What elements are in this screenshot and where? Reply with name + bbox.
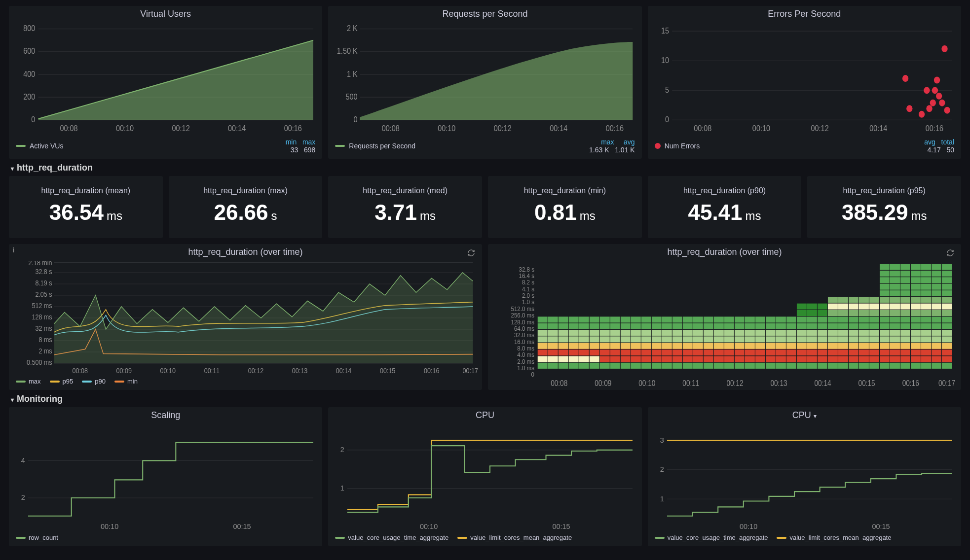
svg-point-46 — [941, 45, 947, 52]
stat-value: 1.63 K — [589, 146, 609, 154]
svg-text:1.0 ms: 1.0 ms — [517, 364, 534, 372]
svg-rect-321 — [828, 336, 838, 342]
svg-rect-424 — [911, 336, 921, 342]
svg-rect-127 — [590, 363, 599, 369]
svg-rect-94 — [538, 316, 548, 322]
svg-point-40 — [926, 105, 932, 112]
panel-virtual-users[interactable]: Virtual Users 0 200 400 600 800 — [9, 6, 322, 159]
svg-rect-356 — [859, 323, 869, 329]
svg-rect-98 — [548, 343, 558, 349]
panel-errors-per-second[interactable]: Errors Per Second 0 5 10 15 — [648, 6, 961, 159]
panel-http-req-duration-heatmap[interactable]: http_req_duration (over time) 01.0 ms2.0… — [488, 244, 961, 390]
svg-rect-149 — [610, 323, 620, 329]
svg-rect-189 — [662, 323, 672, 329]
svg-rect-308 — [818, 356, 827, 362]
stat-min[interactable]: http_req_duration (min)0.81ms — [488, 176, 642, 238]
svg-rect-187 — [662, 336, 672, 342]
panel-cpu-1[interactable]: CPU 1 2 00:10 00:15 value_core_usage_tim… — [328, 407, 641, 546]
svg-rect-250 — [745, 343, 755, 349]
svg-rect-99 — [548, 336, 558, 342]
svg-rect-227 — [714, 336, 724, 342]
panel-requests-per-second[interactable]: Requests per Second 0 500 1 K 1.50 K 2 K… — [328, 6, 641, 159]
svg-rect-378 — [880, 323, 890, 329]
refresh-icon[interactable] — [467, 249, 475, 257]
svg-text:00:11: 00:11 — [682, 379, 699, 387]
svg-rect-332 — [838, 336, 848, 342]
svg-rect-273 — [776, 350, 786, 355]
panel-scaling[interactable]: Scaling 2 4 00:10 00:15 row_count — [9, 407, 322, 546]
svg-rect-175 — [652, 363, 662, 369]
stat-p90[interactable]: http_req_duration (p90)45.41ms — [648, 176, 802, 238]
chevron-down-icon: ▾ — [11, 396, 14, 403]
svg-rect-197 — [672, 323, 682, 329]
stat-value: 4.17 — [927, 146, 940, 154]
svg-rect-284 — [786, 330, 796, 336]
stat-p95[interactable]: http_req_duration (p95)385.29ms — [807, 176, 961, 238]
svg-text:00:14: 00:14 — [228, 124, 246, 133]
svg-rect-180 — [652, 330, 662, 336]
svg-rect-186 — [662, 343, 672, 349]
svg-rect-107 — [559, 336, 568, 342]
svg-rect-373 — [880, 356, 890, 362]
svg-rect-207 — [693, 363, 703, 369]
svg-rect-337 — [838, 304, 848, 310]
svg-rect-182 — [652, 316, 662, 322]
row-header-http-req-duration[interactable]: ▾ http_req_duration — [9, 159, 961, 176]
svg-rect-131 — [590, 336, 599, 342]
svg-text:4: 4 — [21, 456, 25, 464]
svg-rect-177 — [652, 350, 662, 355]
svg-text:0: 0 — [665, 115, 669, 124]
svg-rect-248 — [745, 356, 755, 362]
svg-rect-417 — [900, 277, 910, 283]
svg-text:8.2 s: 8.2 s — [522, 279, 534, 286]
svg-rect-345 — [849, 323, 858, 329]
chevron-down-icon[interactable]: ▾ — [814, 413, 817, 420]
panel-cpu-2[interactable]: CPU ▾ 1 2 3 00:10 00:15 value_core_usa — [648, 407, 961, 546]
svg-rect-460 — [932, 310, 941, 316]
svg-rect-204 — [683, 330, 693, 336]
stat-value: 33 — [291, 146, 298, 154]
svg-text:00:09: 00:09 — [595, 379, 611, 387]
svg-rect-386 — [880, 271, 890, 277]
svg-rect-285 — [786, 323, 796, 329]
svg-rect-114 — [569, 343, 579, 349]
svg-rect-179 — [652, 336, 662, 342]
svg-rect-155 — [621, 336, 631, 342]
stat-max[interactable]: http_req_duration (max)26.66s — [169, 176, 323, 238]
svg-text:00:16: 00:16 — [606, 124, 624, 133]
svg-point-39 — [924, 87, 930, 94]
series-label: value_core_usage_time_aggregate — [348, 534, 448, 541]
svg-rect-338 — [838, 297, 848, 303]
svg-rect-472 — [942, 336, 952, 342]
svg-rect-220 — [704, 330, 713, 336]
svg-rect-191 — [672, 363, 682, 369]
series-label: value_limit_cores_mean_aggregate — [789, 534, 891, 541]
stat-unit: s — [271, 209, 277, 223]
chart-virtual-users: 0 200 400 600 800 00:08 00:10 00:12 00:1… — [13, 23, 318, 137]
row-header-monitoring[interactable]: ▾ Monitoring — [9, 390, 961, 407]
stat-med[interactable]: http_req_duration (med)3.71ms — [328, 176, 482, 238]
svg-rect-431 — [911, 290, 921, 296]
svg-rect-265 — [766, 350, 776, 355]
panel-http-req-duration-line[interactable]: i http_req_duration (over time) — [9, 244, 482, 390]
svg-rect-154 — [621, 343, 631, 349]
svg-text:16.0 ms: 16.0 ms — [514, 338, 534, 346]
svg-text:2: 2 — [660, 465, 664, 473]
svg-rect-193 — [672, 350, 682, 355]
svg-rect-310 — [818, 343, 827, 349]
svg-rect-482 — [942, 271, 952, 277]
svg-rect-343 — [849, 336, 858, 342]
svg-rect-408 — [900, 336, 910, 342]
series-label: value_limit_cores_mean_aggregate — [470, 534, 572, 541]
svg-rect-453 — [932, 356, 941, 362]
svg-rect-92 — [538, 330, 548, 336]
svg-rect-272 — [776, 356, 786, 362]
svg-rect-471 — [942, 343, 952, 349]
stat-mean[interactable]: http_req_duration (mean)36.54ms — [9, 176, 163, 238]
refresh-icon[interactable] — [946, 249, 954, 257]
svg-rect-144 — [610, 356, 620, 362]
svg-text:5: 5 — [665, 85, 669, 94]
svg-text:00:10: 00:10 — [638, 379, 655, 387]
info-icon[interactable]: i — [13, 246, 14, 254]
stat-value: 45.41 — [688, 200, 742, 225]
